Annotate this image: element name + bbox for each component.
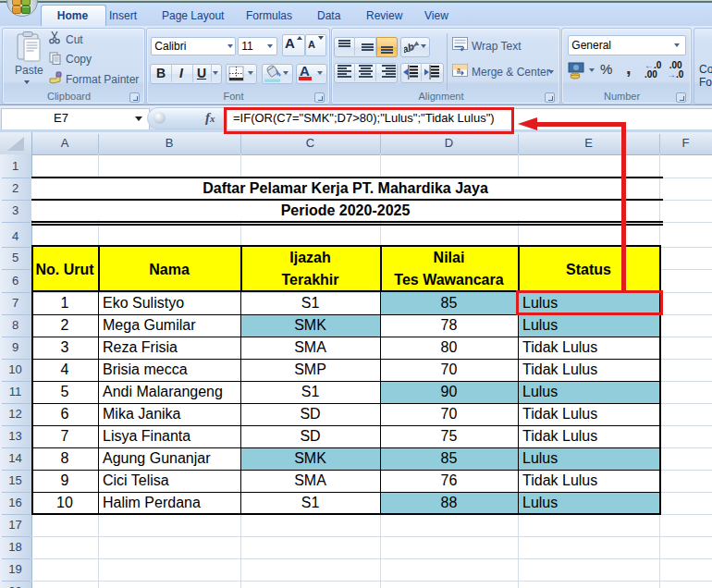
svg-text:a: a [457, 67, 460, 73]
